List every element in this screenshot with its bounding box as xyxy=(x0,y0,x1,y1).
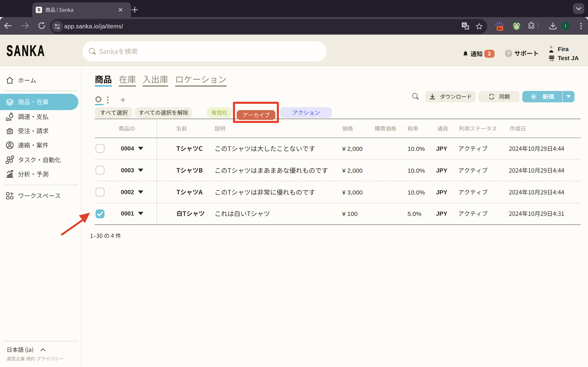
svg-text:G: G xyxy=(463,23,466,27)
svg-text:文: 文 xyxy=(466,26,469,29)
svg-text:9+: 9+ xyxy=(498,26,502,31)
